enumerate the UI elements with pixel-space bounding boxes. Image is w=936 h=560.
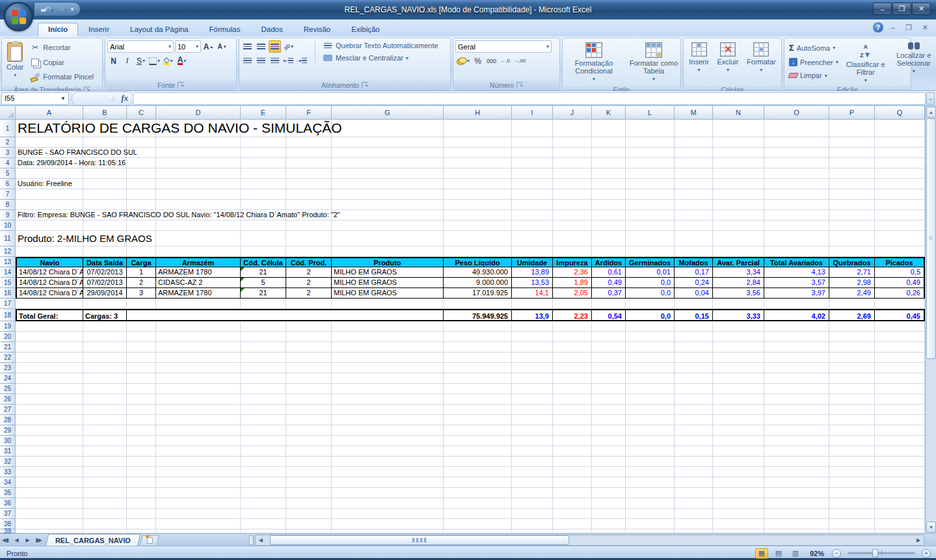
cell-M26[interactable]: [675, 394, 713, 405]
cell-K22[interactable]: [592, 353, 626, 363]
cell-N4[interactable]: [713, 158, 764, 168]
cell-P25[interactable]: [829, 384, 875, 394]
cell-P36[interactable]: [829, 498, 875, 509]
row-header-27[interactable]: 27: [0, 405, 16, 415]
cell-A9[interactable]: Filtro: Empresa: BUNGE - SAO FRANCISCO D…: [16, 210, 83, 220]
cell-D16[interactable]: ARMAZEM 1780: [156, 288, 241, 299]
cell-D14[interactable]: ARMAZEM 1780: [156, 267, 241, 278]
cell-G7[interactable]: [332, 189, 444, 200]
cell-C6[interactable]: [127, 179, 156, 189]
cell-D33[interactable]: [156, 467, 241, 477]
cell-N18[interactable]: 3,33: [713, 309, 764, 321]
cell-N8[interactable]: [713, 200, 764, 210]
cell-B8[interactable]: [83, 200, 127, 210]
cell-A31[interactable]: [16, 446, 83, 457]
cell-P34[interactable]: [829, 477, 875, 488]
cell-D12[interactable]: [156, 247, 241, 257]
cell-M3[interactable]: [675, 148, 713, 158]
row-header-9[interactable]: 9: [0, 210, 16, 220]
cell-E32[interactable]: [241, 457, 286, 467]
cell-E10[interactable]: [241, 220, 286, 231]
cell-A10[interactable]: [16, 220, 83, 231]
cell-O18[interactable]: 4,02: [764, 309, 829, 321]
cell-C15[interactable]: 2: [127, 278, 156, 288]
cell-B19[interactable]: [83, 321, 127, 332]
cell-L25[interactable]: [626, 384, 675, 394]
cell-J30[interactable]: [553, 436, 592, 446]
cell-L28[interactable]: [626, 415, 675, 425]
cell-P37[interactable]: [829, 509, 875, 519]
cell-H15[interactable]: 9.000.000: [444, 278, 512, 288]
cell-B6[interactable]: [83, 179, 127, 189]
cell-I8[interactable]: [512, 200, 553, 210]
cell-H14[interactable]: 49.930.000: [444, 267, 512, 278]
cell-G34[interactable]: [332, 477, 444, 488]
cell-M24[interactable]: [675, 373, 713, 384]
cell-F3[interactable]: [286, 148, 332, 158]
row-header-28[interactable]: 28: [0, 415, 16, 425]
cell-N2[interactable]: [713, 137, 764, 148]
cell-P31[interactable]: [829, 446, 875, 457]
cell-O33[interactable]: [764, 467, 829, 477]
row-header-8[interactable]: 8: [0, 200, 16, 210]
cell-E28[interactable]: [241, 415, 286, 425]
cell-A34[interactable]: [16, 477, 83, 488]
cell-Q1[interactable]: [875, 120, 925, 137]
cell-G3[interactable]: [332, 148, 444, 158]
cell-O32[interactable]: [764, 457, 829, 467]
cell-C25[interactable]: [127, 384, 156, 394]
cell-A22[interactable]: [16, 353, 83, 363]
cell-O22[interactable]: [764, 353, 829, 363]
vertical-scrollbar[interactable]: ▲ ▼: [925, 106, 936, 533]
cell-O8[interactable]: [764, 200, 829, 210]
cell-F27[interactable]: [286, 405, 332, 415]
cell-N26[interactable]: [713, 394, 764, 405]
cell-K30[interactable]: [592, 436, 626, 446]
cell-G10[interactable]: [332, 220, 444, 231]
workbook-close-button[interactable]: ✕: [920, 23, 931, 32]
column-header-M[interactable]: M: [675, 106, 713, 120]
cell-Q10[interactable]: [875, 220, 925, 231]
cell-L2[interactable]: [626, 137, 675, 148]
cell-E36[interactable]: [241, 498, 286, 509]
shrink-font-button[interactable]: A▼: [216, 40, 228, 53]
cell-J14[interactable]: 2,36: [553, 267, 592, 278]
cell-K21[interactable]: [592, 342, 626, 353]
decrease-indent-button[interactable]: ⇤: [282, 55, 295, 67]
cell-M37[interactable]: [675, 509, 713, 519]
cell-H36[interactable]: [444, 498, 512, 509]
sheet-tab-rel-cargas-navio[interactable]: REL_CARGAS_NAVIO: [46, 534, 141, 546]
cell-C14[interactable]: 1: [127, 267, 156, 278]
cell-P12[interactable]: [829, 247, 875, 257]
cell-C17[interactable]: [127, 299, 156, 309]
cell-C23[interactable]: [127, 363, 156, 373]
column-header-O[interactable]: O: [764, 106, 829, 120]
row-header-19[interactable]: 19: [0, 321, 16, 332]
cell-E38[interactable]: [241, 519, 286, 529]
cell-J15[interactable]: 1,89: [553, 278, 592, 288]
cell-K8[interactable]: [592, 200, 626, 210]
borders-button[interactable]: ▾: [148, 55, 161, 67]
cell-J18[interactable]: 2,23: [553, 309, 592, 321]
cell-L6[interactable]: [626, 179, 675, 189]
cell-L18[interactable]: 0,0: [626, 309, 675, 321]
cell-E19[interactable]: [241, 321, 286, 332]
cell-J13[interactable]: Impureza: [553, 257, 592, 267]
cell-H17[interactable]: [444, 299, 512, 309]
cell-L33[interactable]: [626, 467, 675, 477]
cell-B10[interactable]: [83, 220, 127, 231]
cell-M32[interactable]: [675, 457, 713, 467]
font-size-select[interactable]: 10▾: [175, 40, 201, 53]
tab-formulas[interactable]: Fórmulas: [199, 23, 251, 36]
cell-J38[interactable]: [553, 519, 592, 529]
cell-H24[interactable]: [444, 373, 512, 384]
cell-L30[interactable]: [626, 436, 675, 446]
cell-G12[interactable]: [332, 247, 444, 257]
cell-H32[interactable]: [444, 457, 512, 467]
cell-E12[interactable]: [241, 247, 286, 257]
cell-F2[interactable]: [286, 137, 332, 148]
cell-J7[interactable]: [553, 189, 592, 200]
cell-G14[interactable]: MILHO EM GRAOS: [332, 267, 444, 278]
cell-C20[interactable]: [127, 332, 156, 342]
cell-E16[interactable]: 21: [241, 288, 286, 299]
